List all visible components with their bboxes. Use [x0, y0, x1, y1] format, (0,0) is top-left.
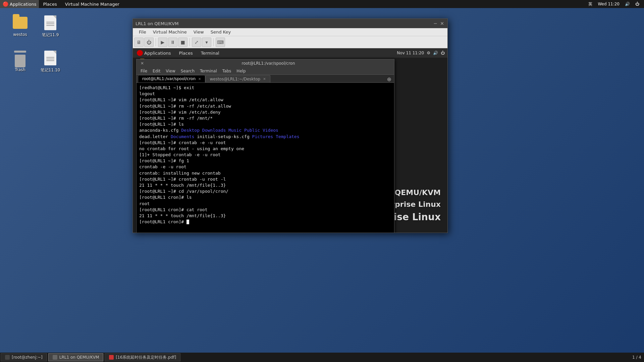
toolbar-separator2: [190, 38, 190, 46]
taskbar: [root@zhenj:~] LRL1 on QEMU/KVM [16系统延时任…: [0, 353, 644, 362]
vm-datetime: Nov 11 11:20: [397, 51, 424, 55]
top-panel: 🔴 Applications Places Virtual Machine Ma…: [0, 0, 644, 8]
taskbar-pdf-label: [16系统延时任务及定时任务.pdf]: [116, 355, 176, 360]
places-label: Places: [43, 2, 57, 7]
desktop-icon-trash[interactable]: Trash: [7, 49, 34, 73]
toolbar-separator3: [213, 38, 214, 46]
terminal-tab-root[interactable]: root@LRL1:/var/spool/cron ✕: [138, 75, 205, 82]
datetime-display: Wed 11:20: [596, 2, 622, 6]
vm-toolbar: 🖥 ⏻ ▶ ⏸ ■ ⤢ ▾ ⌨: [133, 36, 447, 48]
vm-toolbar-sendkey[interactable]: ⌨: [216, 38, 225, 47]
vm-menu-view[interactable]: View: [190, 28, 207, 36]
terminal-tab-actions: ⊕: [386, 76, 393, 82]
vm-close-button[interactable]: ✕: [439, 21, 445, 26]
terminal-menu-help[interactable]: Help: [234, 69, 248, 73]
vm-toolbar-dropdown[interactable]: ▾: [202, 38, 211, 47]
vm-title: LRL1 on QEMU/KVM: [136, 21, 178, 26]
terminal-menu-view[interactable]: View: [163, 69, 178, 73]
taskbar-vm-icon: [53, 355, 57, 360]
vm-inner-topbar-right: Nov 11 11:20 ⚙ 🔊 ⏻: [397, 51, 447, 55]
volume-icon[interactable]: 🔊: [623, 2, 632, 6]
taskbar-pdf-icon: [109, 355, 114, 360]
taskbar-vm-label: LRL1 on QEMU/KVM: [59, 355, 99, 360]
taskbar-right: 1 / 4: [632, 355, 644, 360]
vm-power-icon[interactable]: ⏻: [441, 51, 445, 55]
vm-settings-icon[interactable]: ⚙: [427, 51, 430, 55]
desktop-icon-westos[interactable]: westos: [7, 13, 34, 38]
taskbar-terminal-icon: [5, 355, 10, 360]
terminal-menu-edit[interactable]: Edit: [150, 69, 163, 73]
vm-inner-applications[interactable]: Applications: [133, 48, 175, 58]
file-icon2: [42, 50, 58, 66]
taskbar-page: 1 / 4: [632, 355, 641, 360]
terminal-scroll-up[interactable]: ⊕: [386, 76, 393, 82]
taskbar-item-terminal[interactable]: [root@zhenj:~]: [1, 353, 47, 361]
terminal-content[interactable]: [redhat@LRL1 ~]$ exitlogout[root@LRL1 ~]…: [137, 83, 394, 233]
vm-inner-applications-label: Applications: [144, 51, 171, 56]
top-panel-right: 英 Wed 11:20 🔊 ⏻: [586, 1, 644, 7]
terminal-tab-close-btn[interactable]: ✕: [198, 77, 201, 81]
vm-menubar: File Virtual Machine View Send Key: [133, 28, 447, 36]
top-panel-places[interactable]: Places: [39, 0, 61, 8]
taskbar-item-pdf[interactable]: [16系统延时任务及定时任务.pdf]: [105, 353, 180, 361]
taskbar-item-vm[interactable]: LRL1 on QEMU/KVM: [48, 353, 104, 361]
terminal-menu-tabs[interactable]: Tabs: [220, 69, 234, 73]
vm-toolbar-play[interactable]: ▶: [158, 38, 167, 47]
vm-desktop: Applications Places Terminal Nov 11 11:2…: [133, 48, 447, 233]
vm-menu-sendkey[interactable]: Send Key: [207, 28, 234, 36]
trash-icon: [12, 50, 28, 66]
desktop-icon-note1[interactable]: 笔记11.9: [37, 13, 64, 39]
top-panel-left: 🔴 Applications Places Virtual Machine Ma…: [0, 0, 123, 8]
desktop-icon-label: Trash: [15, 67, 25, 72]
toolbar-separator: [156, 38, 156, 46]
top-panel-applications[interactable]: 🔴 Applications: [0, 0, 39, 8]
taskbar-terminal-label: [root@zhenj:~]: [12, 355, 43, 360]
terminal-tab-close-btn2[interactable]: ✕: [263, 77, 266, 81]
terminal-menu-terminal[interactable]: Terminal: [197, 69, 220, 73]
vm-titlebar: LRL1 on QEMU/KVM ─ ✕: [133, 19, 447, 28]
vm-inner-topbar: Applications Places Terminal Nov 11 11:2…: [133, 48, 447, 58]
applications-label: Applications: [10, 2, 36, 7]
vm-inner-topbar-left: Applications Places Terminal: [133, 48, 223, 58]
terminal-window: ✕ root@LRL1:/var/spool/cron File Edit Vi…: [136, 59, 394, 233]
desktop-icon-note2[interactable]: 笔记11.10: [37, 49, 64, 74]
rhel-icon: [137, 50, 143, 56]
vm-toolbar-monitor[interactable]: 🖥: [134, 38, 144, 47]
desktop-icon-label: 笔记11.9: [42, 32, 59, 38]
terminal-tabs: root@LRL1:/var/spool/cron ✕ westos@LRL1:…: [137, 75, 394, 83]
vm-inner-terminal[interactable]: Terminal: [197, 48, 223, 58]
vm-manager-label: Virtual Machine Manager: [65, 2, 119, 7]
folder-icon: [12, 15, 28, 31]
terminal-menubar: File Edit View Search Terminal Tabs Help: [137, 67, 394, 75]
desktop: 🔴 Applications Places Virtual Machine Ma…: [0, 0, 644, 362]
power-icon[interactable]: ⏻: [633, 2, 641, 6]
terminal-titlebar: ✕ root@LRL1:/var/spool/cron: [137, 59, 394, 67]
terminal-title: root@LRL1:/var/spool/cron: [145, 61, 391, 66]
desktop-icon-label: westos: [13, 32, 27, 37]
vm-minimize-button[interactable]: ─: [433, 21, 438, 26]
desktop-icon-label: 笔记11.10: [41, 67, 60, 73]
vm-toolbar-fullscreen[interactable]: ⤢: [192, 38, 201, 47]
terminal-tab-westos[interactable]: westos@LRL1:~/Desktop ✕: [205, 75, 270, 82]
vm-inner-places-label: Places: [179, 51, 193, 56]
terminal-menu-search[interactable]: Search: [178, 69, 197, 73]
terminal-close-btn[interactable]: ✕: [139, 61, 145, 66]
terminal-menu-file[interactable]: File: [138, 69, 150, 73]
vm-window: LRL1 on QEMU/KVM ─ ✕ File Virtual Machin…: [132, 18, 448, 233]
vm-volume-icon[interactable]: 🔊: [433, 51, 438, 55]
vm-menu-file[interactable]: File: [136, 28, 150, 36]
vm-titlebar-buttons: ─ ✕: [433, 21, 445, 26]
terminal-tab-label: root@LRL1:/var/spool/cron: [142, 76, 196, 81]
vm-toolbar-power[interactable]: ⏻: [144, 38, 154, 47]
vm-toolbar-stop[interactable]: ■: [178, 38, 187, 47]
lang-indicator: 英: [586, 1, 594, 7]
vm-inner-terminal-label: Terminal: [201, 51, 219, 56]
file-icon: [42, 15, 58, 31]
vm-inner-places[interactable]: Places: [175, 48, 197, 58]
vm-menu-virtualmachine[interactable]: Virtual Machine: [150, 28, 190, 36]
top-panel-vm-manager[interactable]: Virtual Machine Manager: [61, 0, 123, 8]
terminal-tab-label2: westos@LRL1:~/Desktop: [210, 77, 260, 81]
vm-toolbar-pause[interactable]: ⏸: [168, 38, 177, 47]
